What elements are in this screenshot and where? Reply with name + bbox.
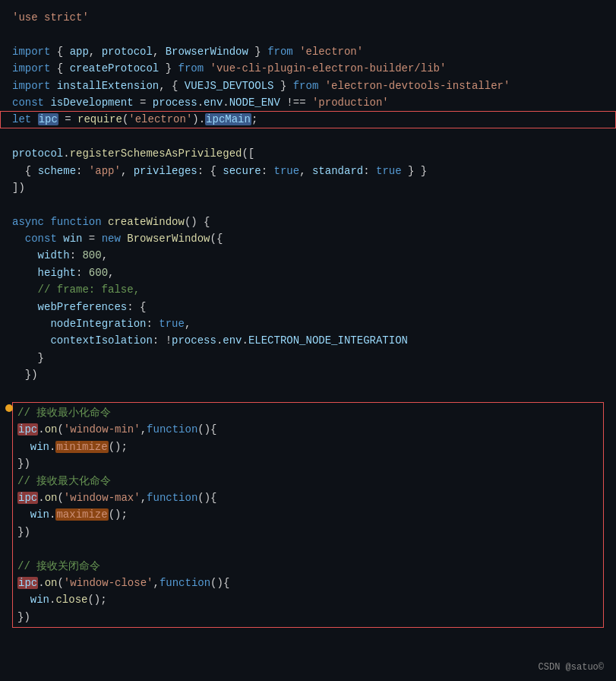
code-line-22: }) [12,366,604,383]
code-line-21: } [12,350,604,366]
block-line-11: ipc.on('window-close',function(){ [17,575,599,591]
block-highlight: // 接收最小化命令 ipc.on('window-min',function(… [12,402,604,628]
block-line-13: }) [17,609,599,626]
footer-text: CSDN @satuo© [539,662,604,673]
block-line-3: win.minimize(); [17,439,599,455]
code-line-8 [12,128,604,145]
use-strict: 'use strict' [12,11,89,24]
code-line-4: import { createProtocol } from 'vue-cli-… [12,60,604,77]
block-line-7: win.maximize(); [17,506,599,523]
block-line-2: ipc.on('window-min',function(){ [17,421,599,438]
code-line-3: import { app, protocol, BrowserWindow } … [12,43,604,60]
code-line-14: const win = new BrowserWindow({ [12,230,604,247]
code-line-15: width: 800, [12,247,604,264]
block-line-6: ipc.on('window-max',function(){ [17,489,599,506]
footer: CSDN @satuo© [539,660,604,675]
code-line-2 [12,26,604,43]
code-line-16: height: 600, [12,264,604,281]
ipc-hl-1: ipc [17,423,38,436]
block-line-8: }) [17,524,599,540]
block-line-5: // 接收最大化命令 [17,473,599,489]
kw-import-1: import [12,46,50,58]
block-line-1: // 接收最小化命令 [17,404,599,421]
minimize-hl: minimize [55,441,108,453]
code-line-13: async function createWindow() { [12,214,604,230]
maximize-hl: maximize [55,508,108,521]
code-line-9: protocol.registerSchemesAsPrivileged([ [12,145,604,162]
ipc-hl-3: ipc [17,577,38,589]
code-line-20: contextIsolation: !process.env.ELECTRON_… [12,332,604,349]
block-line-10: // 接收关闭命令 [17,558,599,575]
code-line-7-highlighted: let ipc = require('electron').ipcMain; [12,111,604,128]
code-line-23 [12,384,604,401]
code-line-1: 'use strict' [12,9,604,26]
ipc-var-highlight: ipc [38,113,58,125]
block-line-4: }) [17,455,599,472]
code-line-18: webPreferences: { [12,299,604,315]
ipc-hl-2: ipc [17,492,38,504]
ipcmain-highlight: ipcMain [205,113,251,125]
code-container: 'use strict' import { app, protocol, Bro… [0,0,616,681]
code-line-17: // frame: false, [12,281,604,298]
code-line-19: nodeIntegration: true, [12,315,604,332]
block-dot [5,404,13,412]
code-line-10: { scheme: 'app', privileges: { secure: t… [12,163,604,179]
code-line-6: const isDevelopment = process.env.NODE_E… [12,94,604,111]
block-line-12: win.close(); [17,591,599,608]
code-line-5: import installExtension, { VUEJS_DEVTOOL… [12,78,604,94]
code-line-12 [12,196,604,213]
code-line-11: ]) [12,179,604,196]
block-line-9 [17,540,599,557]
